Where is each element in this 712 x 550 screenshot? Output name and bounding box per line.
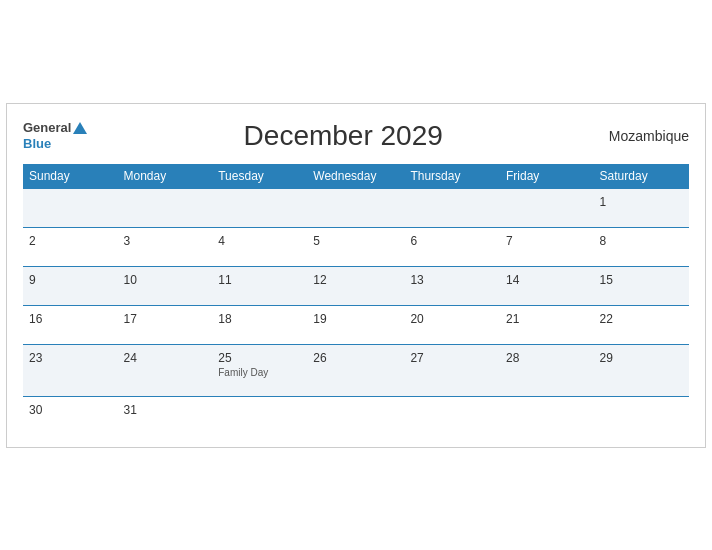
calendar-header: General Blue December 2029 Mozambique — [23, 120, 689, 152]
calendar-day-cell — [307, 396, 404, 435]
calendar-day-cell: 7 — [500, 227, 594, 266]
calendar-day-cell: 14 — [500, 266, 594, 305]
calendar-week-row: 3031 — [23, 396, 689, 435]
day-number: 21 — [506, 312, 588, 326]
calendar-week-row: 2345678 — [23, 227, 689, 266]
header-sunday: Sunday — [23, 164, 118, 189]
day-number: 29 — [600, 351, 683, 365]
calendar-container: General Blue December 2029 Mozambique Su… — [6, 103, 706, 448]
calendar-day-cell: 10 — [118, 266, 213, 305]
day-number: 24 — [124, 351, 207, 365]
day-number: 6 — [410, 234, 494, 248]
day-number: 30 — [29, 403, 112, 417]
header-thursday: Thursday — [404, 164, 500, 189]
day-number: 11 — [218, 273, 301, 287]
day-number: 16 — [29, 312, 112, 326]
day-number: 31 — [124, 403, 207, 417]
calendar-day-cell: 21 — [500, 305, 594, 344]
calendar-day-cell: 5 — [307, 227, 404, 266]
days-header-row: Sunday Monday Tuesday Wednesday Thursday… — [23, 164, 689, 189]
day-number: 22 — [600, 312, 683, 326]
day-number: 2 — [29, 234, 112, 248]
calendar-day-cell: 27 — [404, 344, 500, 396]
header-wednesday: Wednesday — [307, 164, 404, 189]
calendar-day-cell — [307, 188, 404, 227]
calendar-day-cell: 15 — [594, 266, 689, 305]
calendar-day-cell: 24 — [118, 344, 213, 396]
header-saturday: Saturday — [594, 164, 689, 189]
calendar-day-cell: 13 — [404, 266, 500, 305]
day-number: 25 — [218, 351, 301, 365]
calendar-day-cell: 30 — [23, 396, 118, 435]
calendar-day-cell: 12 — [307, 266, 404, 305]
day-number: 8 — [600, 234, 683, 248]
calendar-day-cell: 28 — [500, 344, 594, 396]
calendar-day-cell — [594, 396, 689, 435]
calendar-day-cell — [23, 188, 118, 227]
calendar-day-cell: 2 — [23, 227, 118, 266]
day-number: 7 — [506, 234, 588, 248]
calendar-day-cell: 19 — [307, 305, 404, 344]
calendar-day-cell: 6 — [404, 227, 500, 266]
day-number: 14 — [506, 273, 588, 287]
calendar-day-cell — [500, 188, 594, 227]
calendar-title: December 2029 — [87, 120, 599, 152]
calendar-day-cell: 17 — [118, 305, 213, 344]
day-number: 26 — [313, 351, 398, 365]
calendar-day-cell: 8 — [594, 227, 689, 266]
header-friday: Friday — [500, 164, 594, 189]
calendar-day-cell: 4 — [212, 227, 307, 266]
calendar-week-row: 1 — [23, 188, 689, 227]
calendar-day-cell: 1 — [594, 188, 689, 227]
calendar-week-row: 232425Family Day26272829 — [23, 344, 689, 396]
calendar-day-cell — [404, 396, 500, 435]
holiday-label: Family Day — [218, 367, 301, 378]
day-number: 3 — [124, 234, 207, 248]
calendar-table: Sunday Monday Tuesday Wednesday Thursday… — [23, 164, 689, 435]
calendar-day-cell: 20 — [404, 305, 500, 344]
calendar-day-cell — [500, 396, 594, 435]
calendar-day-cell: 26 — [307, 344, 404, 396]
day-number: 18 — [218, 312, 301, 326]
calendar-day-cell: 9 — [23, 266, 118, 305]
calendar-day-cell: 16 — [23, 305, 118, 344]
calendar-day-cell: 29 — [594, 344, 689, 396]
calendar-day-cell — [212, 188, 307, 227]
logo-blue-text: Blue — [23, 136, 51, 151]
calendar-week-row: 16171819202122 — [23, 305, 689, 344]
calendar-day-cell: 3 — [118, 227, 213, 266]
calendar-day-cell: 31 — [118, 396, 213, 435]
calendar-day-cell: 22 — [594, 305, 689, 344]
day-number: 20 — [410, 312, 494, 326]
day-number: 1 — [600, 195, 683, 209]
day-number: 19 — [313, 312, 398, 326]
calendar-day-cell — [212, 396, 307, 435]
day-number: 4 — [218, 234, 301, 248]
day-number: 28 — [506, 351, 588, 365]
header-tuesday: Tuesday — [212, 164, 307, 189]
calendar-day-cell: 25Family Day — [212, 344, 307, 396]
calendar-day-cell — [118, 188, 213, 227]
day-number: 12 — [313, 273, 398, 287]
day-number: 10 — [124, 273, 207, 287]
day-number: 23 — [29, 351, 112, 365]
calendar-day-cell: 11 — [212, 266, 307, 305]
calendar-day-cell: 18 — [212, 305, 307, 344]
country-label: Mozambique — [599, 128, 689, 144]
calendar-day-cell — [404, 188, 500, 227]
day-number: 27 — [410, 351, 494, 365]
header-monday: Monday — [118, 164, 213, 189]
calendar-day-cell: 23 — [23, 344, 118, 396]
day-number: 5 — [313, 234, 398, 248]
logo-general-text: General — [23, 120, 71, 136]
day-number: 9 — [29, 273, 112, 287]
day-number: 17 — [124, 312, 207, 326]
calendar-week-row: 9101112131415 — [23, 266, 689, 305]
day-number: 13 — [410, 273, 494, 287]
logo-triangle-icon — [73, 122, 87, 134]
logo: General Blue — [23, 120, 87, 151]
day-number: 15 — [600, 273, 683, 287]
